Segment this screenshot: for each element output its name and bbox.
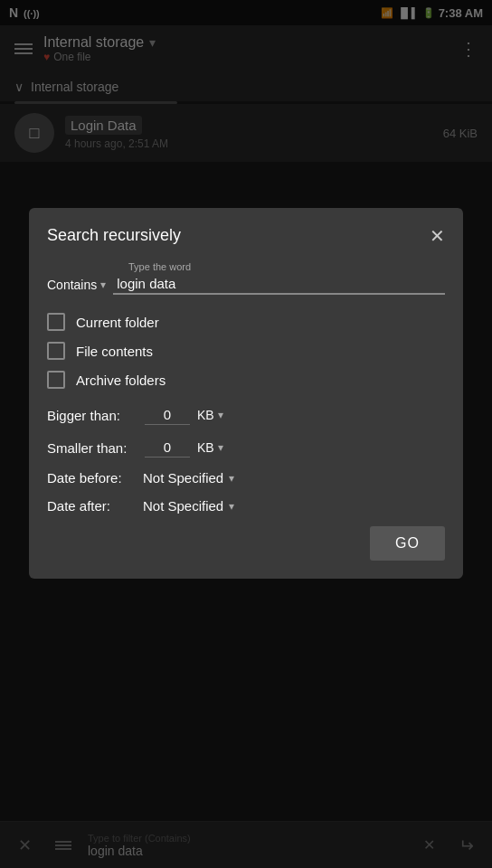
checkbox-archive-folders-label: Archive folders (76, 373, 166, 388)
bigger-than-row: Bigger than: KB ▾ (47, 405, 445, 425)
checkbox-file-contents[interactable]: File contents (47, 342, 445, 360)
go-button-row: GO (47, 526, 445, 561)
dialog-header: Search recursively ✕ (47, 226, 445, 245)
smaller-than-row: Smaller than: KB ▾ (47, 438, 445, 458)
checkbox-archive-folders-box[interactable] (47, 371, 65, 389)
checkbox-file-contents-label: File contents (76, 344, 153, 359)
smaller-than-input[interactable] (145, 438, 190, 458)
bigger-than-unit-dropdown[interactable]: KB ▾ (197, 408, 223, 422)
checkbox-group: Current folder File contents Archive fol… (47, 313, 445, 389)
search-text-input[interactable] (113, 274, 445, 295)
bigger-than-unit-arrow: ▾ (218, 409, 223, 421)
smaller-than-unit-arrow: ▾ (218, 441, 223, 454)
checkbox-current-folder-label: Current folder (76, 315, 159, 330)
contains-arrow: ▾ (100, 278, 106, 291)
date-after-arrow: ▾ (229, 500, 234, 513)
contains-dropdown[interactable]: Contains ▾ (47, 278, 106, 292)
dialog-title: Search recursively (47, 226, 181, 245)
search-row: Type the word Contains ▾ (47, 261, 445, 295)
bigger-than-unit-label: KB (197, 408, 214, 422)
date-after-dropdown[interactable]: Not Specified ▾ (143, 498, 234, 514)
bigger-than-input[interactable] (145, 405, 190, 425)
date-after-row: Date after: Not Specified ▾ (47, 498, 445, 514)
date-before-arrow: ▾ (229, 472, 234, 485)
smaller-than-unit-label: KB (197, 440, 214, 455)
dialog-close-button[interactable]: ✕ (430, 227, 445, 245)
smaller-than-label: Smaller than: (47, 440, 137, 456)
checkbox-archive-folders[interactable]: Archive folders (47, 371, 445, 389)
date-after-value: Not Specified (143, 498, 223, 514)
date-before-value: Not Specified (143, 470, 223, 486)
date-after-label: Date after: (47, 498, 137, 514)
checkbox-current-folder[interactable]: Current folder (47, 313, 445, 331)
checkbox-file-contents-box[interactable] (47, 342, 65, 360)
search-hint-label: Type the word (128, 261, 445, 272)
bigger-than-label: Bigger than: (47, 408, 137, 423)
contains-label: Contains (47, 278, 97, 292)
date-before-dropdown[interactable]: Not Specified ▾ (143, 470, 234, 486)
go-button[interactable]: GO (370, 526, 445, 561)
search-input-row: Contains ▾ (47, 274, 445, 295)
smaller-than-unit-dropdown[interactable]: KB ▾ (197, 440, 223, 455)
search-dialog: Search recursively ✕ Type the word Conta… (29, 208, 463, 579)
checkbox-current-folder-box[interactable] (47, 313, 65, 331)
date-before-label: Date before: (47, 470, 137, 486)
date-before-row: Date before: Not Specified ▾ (47, 470, 445, 486)
